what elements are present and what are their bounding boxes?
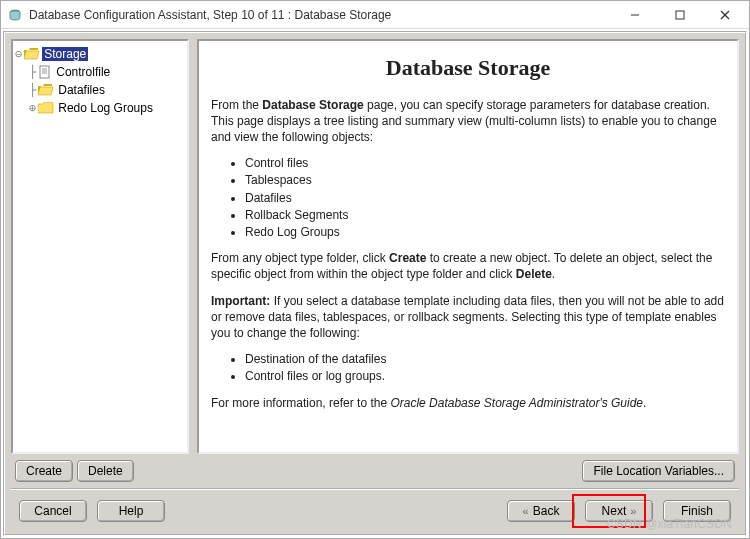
list-item: Tablespaces xyxy=(245,172,725,188)
list-item: Control files xyxy=(245,155,725,171)
tree-label: Redo Log Groups xyxy=(56,101,155,115)
window-controls xyxy=(612,2,747,28)
content-area: ⊖ Storage ├ Controlfile ├ Datafiles ⊕ xyxy=(3,31,747,536)
finish-button[interactable]: Finish xyxy=(663,500,731,522)
folder-open-icon xyxy=(38,84,54,96)
maximize-button[interactable] xyxy=(657,2,702,28)
important-paragraph: Important: If you select a database temp… xyxy=(211,293,725,342)
tree-label: Datafiles xyxy=(56,83,107,97)
intro-paragraph: From the Database Storage page, you can … xyxy=(211,97,725,146)
cancel-button[interactable]: Cancel xyxy=(19,500,87,522)
list-item: Datafiles xyxy=(245,190,725,206)
back-button[interactable]: « Back xyxy=(507,500,575,522)
file-location-variables-button[interactable]: File Location Variables... xyxy=(582,460,735,482)
create-delete-paragraph: From any object type folder, click Creat… xyxy=(211,250,725,282)
svg-rect-5 xyxy=(40,66,49,78)
description-pane: Database Storage From the Database Stora… xyxy=(197,39,739,454)
minimize-button[interactable] xyxy=(612,2,657,28)
chevron-left-icon: « xyxy=(523,505,529,517)
close-button[interactable] xyxy=(702,2,747,28)
template-list: Destination of the datafiles Control fil… xyxy=(211,351,725,384)
document-icon xyxy=(38,65,52,79)
svg-rect-2 xyxy=(676,11,684,19)
list-item: Destination of the datafiles xyxy=(245,351,725,367)
folder-open-icon xyxy=(24,48,40,60)
back-label: Back xyxy=(533,504,560,518)
list-item: Control files or log groups. xyxy=(245,368,725,384)
storage-tree[interactable]: ⊖ Storage ├ Controlfile ├ Datafiles ⊕ xyxy=(11,39,189,454)
titlebar: Database Configuration Assistant, Step 1… xyxy=(1,1,749,29)
window-title: Database Configuration Assistant, Step 1… xyxy=(29,8,612,22)
delete-button[interactable]: Delete xyxy=(77,460,134,482)
tree-item-controlfile[interactable]: ├ Controlfile xyxy=(15,63,185,81)
tree-label: Storage xyxy=(42,47,88,61)
objects-list: Control files Tablespaces Datafiles Roll… xyxy=(211,155,725,240)
next-button[interactable]: Next » xyxy=(585,500,653,522)
folder-closed-icon xyxy=(38,102,54,114)
create-button[interactable]: Create xyxy=(15,460,73,482)
tree-item-storage[interactable]: ⊖ Storage xyxy=(15,45,185,63)
tree-label: Controlfile xyxy=(54,65,112,79)
list-item: Rollback Segments xyxy=(245,207,725,223)
app-icon xyxy=(7,7,23,23)
tree-item-datafiles[interactable]: ├ Datafiles xyxy=(15,81,185,99)
window: Database Configuration Assistant, Step 1… xyxy=(0,0,750,539)
reference-paragraph: For more information, refer to the Oracl… xyxy=(211,395,725,411)
list-item: Redo Log Groups xyxy=(245,224,725,240)
help-button[interactable]: Help xyxy=(97,500,165,522)
page-heading: Database Storage xyxy=(211,53,725,83)
tree-item-redolog[interactable]: ⊕ Redo Log Groups xyxy=(15,99,185,117)
next-label: Next xyxy=(602,504,627,518)
chevron-right-icon: » xyxy=(630,505,636,517)
